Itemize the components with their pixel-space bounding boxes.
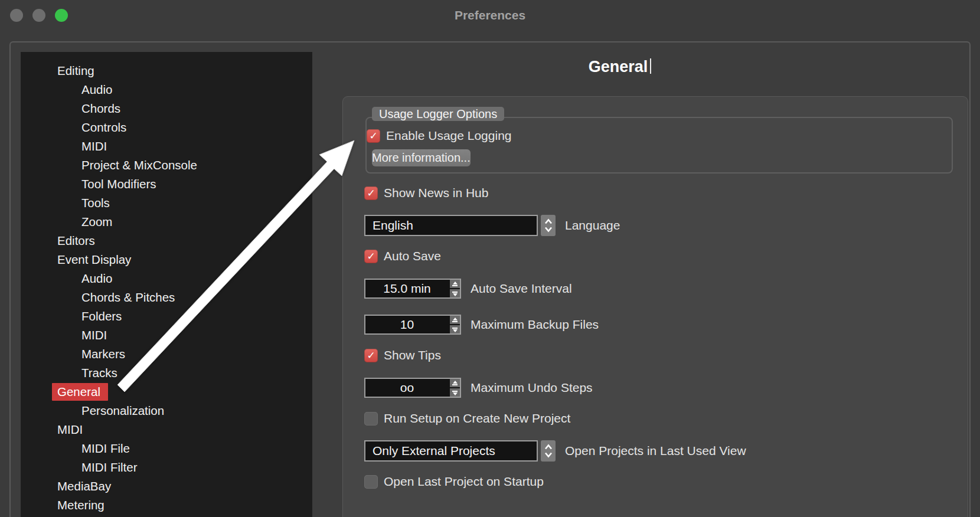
checkbox-label: Open Last Project on Startup — [384, 475, 544, 489]
sidebar-item-label: Tool Modifiers — [81, 177, 156, 191]
sidebar-item-controls[interactable]: Controls — [21, 118, 312, 137]
up-down-chevrons-icon — [544, 443, 553, 459]
triangle-bar — [452, 292, 458, 293]
sidebar-item-event-display[interactable]: Event Display — [21, 250, 312, 269]
sidebar-item-midi-filter[interactable]: MIDI Filter — [21, 458, 312, 477]
triangle-bar — [452, 328, 458, 329]
sidebar-item-zoom[interactable]: Zoom — [21, 212, 312, 231]
more-information-button[interactable]: More information... — [372, 149, 471, 166]
checkbox-label: Auto Save — [384, 249, 441, 263]
sidebar-item-label: Folders — [81, 309, 122, 323]
spinner-down-button[interactable] — [450, 289, 460, 297]
sidebar-item-midi-file[interactable]: MIDI File — [21, 439, 312, 458]
sidebar-item-mediabay[interactable]: MediaBay — [21, 477, 312, 496]
sidebar-item-label: MIDI File — [81, 441, 130, 455]
usage-logger-group: Usage Logger Options ✓ Enable Usage Logg… — [365, 107, 953, 174]
spinner-down-button[interactable] — [450, 325, 460, 333]
spinner-stepper — [449, 379, 460, 397]
triangle-bar — [452, 391, 458, 392]
page-title-text: General — [589, 58, 648, 76]
titlebar: Preferences — [0, 0, 980, 31]
spinner-value: oo — [365, 379, 449, 397]
sidebar-item-chords-pitches[interactable]: Chords & Pitches — [21, 288, 312, 307]
sidebar-item-midi[interactable]: MIDI — [21, 420, 312, 439]
triangle-down-icon — [453, 293, 458, 296]
triangle-bar — [452, 285, 458, 286]
text-cursor — [650, 58, 651, 74]
dropdown-stepper[interactable] — [541, 215, 556, 236]
spinner-down-button[interactable] — [450, 388, 460, 397]
sidebar-item-folders[interactable]: Folders — [21, 307, 312, 326]
sidebar-item-metering[interactable]: Metering — [21, 496, 312, 515]
triangle-up-icon — [453, 381, 458, 384]
usage-logger-group-box: ✓ Enable Usage Logging More information.… — [365, 117, 953, 174]
sidebar-item-markers[interactable]: Markers — [21, 345, 312, 364]
auto-save-interval-input[interactable]: 15.0 min — [364, 279, 461, 299]
sidebar-item-label: Chords & Pitches — [81, 290, 175, 304]
sidebar-item-personalization[interactable]: Personalization — [21, 401, 312, 420]
open-last-project-on-startup-row: Open Last Project on Startup — [364, 475, 968, 489]
auto-save-checkbox[interactable]: ✓ — [364, 250, 378, 263]
triangle-up-icon — [453, 282, 458, 284]
spinner-up-button[interactable] — [450, 280, 460, 289]
triangle-bar — [452, 321, 458, 322]
open-last-project-on-startup-checkbox[interactable] — [364, 475, 378, 489]
sidebar-item-audio[interactable]: Audio — [21, 269, 312, 288]
sidebar-item-label: Audio — [81, 83, 112, 96]
spinner-stepper — [449, 280, 460, 297]
sidebar-item-label: MIDI — [81, 328, 107, 342]
up-down-chevrons-icon — [544, 217, 553, 234]
enable-usage-logging-checkbox[interactable]: ✓ — [367, 129, 380, 143]
sidebar-item-tools[interactable]: Tools — [21, 194, 312, 212]
sidebar-item-label: Tools — [81, 196, 110, 210]
sidebar: EditingAudioChordsControlsMIDIProject & … — [21, 52, 312, 517]
sidebar-item-label: MIDI — [81, 139, 107, 153]
open-projects-in-last-used-view-dropdown[interactable]: Only External Projects — [364, 440, 538, 462]
check-icon: ✓ — [364, 186, 378, 200]
checkbox-label: Show News in Hub — [384, 186, 488, 200]
show-news-in-hub-checkbox[interactable]: ✓ — [364, 186, 378, 200]
sidebar-item-label: MediaBay — [57, 479, 111, 493]
sidebar-item-editors[interactable]: Editors — [21, 231, 312, 250]
triangle-bar — [452, 384, 458, 385]
maximum-backup-files-input[interactable]: 10 — [364, 315, 461, 335]
sidebar-item-audio[interactable]: Audio — [21, 80, 312, 99]
window-content-frame: EditingAudioChordsControlsMIDIProject & … — [9, 41, 971, 517]
checkbox-label: Show Tips — [384, 348, 441, 362]
sidebar-item-general[interactable]: General — [21, 382, 312, 401]
spinner-up-button[interactable] — [450, 316, 460, 325]
triangle-up-icon — [453, 318, 458, 320]
field-label: Maximum Backup Files — [471, 318, 599, 332]
maximum-backup-files-row: 10Maximum Backup Files — [364, 314, 968, 335]
sidebar-item-label: Editing — [57, 64, 94, 77]
sidebar-item-chords[interactable]: Chords — [21, 99, 312, 118]
spinner-value: 15.0 min — [365, 280, 449, 297]
sidebar-item-label: General — [52, 383, 108, 401]
sidebar-item-label: Personalization — [81, 404, 164, 417]
triangle-down-icon — [453, 392, 458, 395]
sidebar-item-project-mixconsole[interactable]: Project & MixConsole — [21, 156, 312, 175]
show-tips-row: ✓Show Tips — [364, 348, 968, 362]
check-icon: ✓ — [367, 129, 380, 143]
open-projects-in-last-used-view-row: Only External ProjectsOpen Projects in L… — [364, 440, 968, 462]
language-dropdown[interactable]: English — [364, 215, 538, 236]
dropdown-stepper[interactable] — [541, 440, 556, 462]
sidebar-item-midi[interactable]: MIDI — [21, 326, 312, 345]
sidebar-item-midi[interactable]: MIDI — [21, 137, 312, 156]
spinner-up-button[interactable] — [450, 379, 460, 388]
sidebar-item-label: Zoom — [81, 215, 112, 228]
page-title: General — [342, 58, 897, 76]
field-label: Open Projects in Last Used View — [565, 444, 746, 458]
run-setup-on-create-new-project-checkbox[interactable] — [364, 412, 378, 426]
sidebar-item-tool-modifiers[interactable]: Tool Modifiers — [21, 175, 312, 194]
sidebar-item-editing[interactable]: Editing — [21, 61, 312, 80]
show-tips-checkbox[interactable]: ✓ — [364, 349, 378, 362]
sidebar-item-label: Metering — [57, 498, 104, 512]
sidebar-item-tracks[interactable]: Tracks — [21, 364, 312, 382]
check-icon: ✓ — [364, 349, 378, 362]
run-setup-on-create-new-project-row: Run Setup on Create New Project — [364, 411, 968, 426]
sidebar-item-label: Controls — [81, 120, 126, 134]
language-row: EnglishLanguage — [364, 215, 968, 236]
auto-save-row: ✓Auto Save — [364, 249, 968, 263]
maximum-undo-steps-input[interactable]: oo — [364, 378, 461, 398]
